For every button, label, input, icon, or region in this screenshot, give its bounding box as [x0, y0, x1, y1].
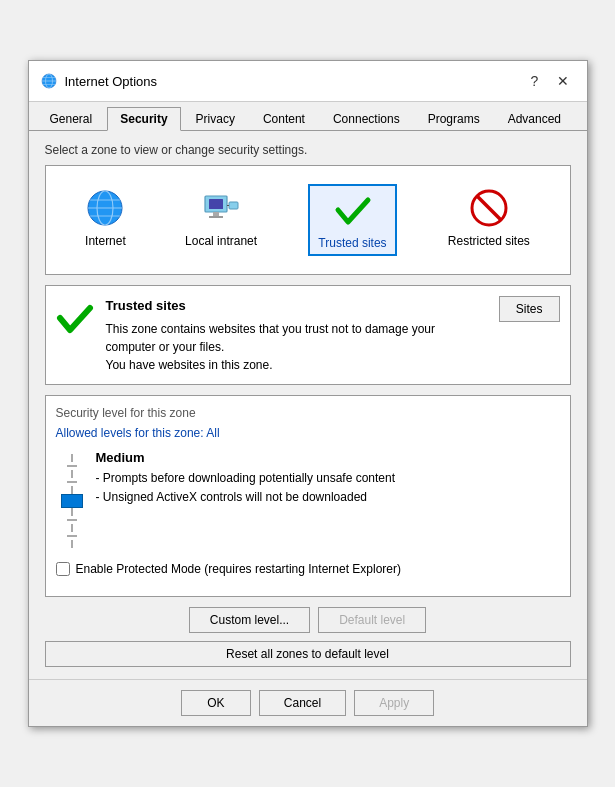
zone-item-local-intranet[interactable]: Local intranet	[177, 184, 265, 256]
slider-track-2	[71, 470, 73, 478]
slider-track-5	[71, 524, 73, 532]
svg-rect-14	[229, 202, 238, 209]
zone-info-title: Trusted sites	[106, 296, 487, 316]
restricted-sites-icon	[469, 188, 509, 228]
dialog-icon	[41, 73, 57, 89]
tab-connections[interactable]: Connections	[320, 107, 413, 131]
allowed-levels-text: Allowed levels for this zone: All	[56, 426, 560, 440]
help-button[interactable]: ?	[523, 69, 547, 93]
tab-content-area: Select a zone to view or change security…	[29, 131, 587, 679]
protected-mode-label: Enable Protected Mode (requires restarti…	[76, 562, 402, 576]
bottom-buttons: OK Cancel Apply	[29, 679, 587, 726]
protected-mode-checkbox[interactable]	[56, 562, 70, 576]
slider-area: Medium - Prompts before downloading pote…	[56, 450, 560, 552]
zone-trusted-sites-label: Trusted sites	[318, 236, 386, 250]
slider-tick-3	[67, 519, 77, 521]
title-bar: Internet Options ? ✕	[29, 61, 587, 102]
zone-item-internet[interactable]: Internet	[77, 184, 134, 256]
custom-level-button[interactable]: Custom level...	[189, 607, 310, 633]
close-button[interactable]: ✕	[551, 69, 575, 93]
slider-tick-4	[67, 535, 77, 537]
slider-track-top	[71, 454, 73, 462]
tab-privacy[interactable]: Privacy	[183, 107, 248, 131]
level-bullet-2: - Unsigned ActiveX controls will not be …	[96, 488, 556, 507]
title-bar-controls: ? ✕	[523, 69, 575, 93]
zone-local-intranet-label: Local intranet	[185, 234, 257, 248]
zone-info-description: This zone contains websites that you tru…	[106, 322, 436, 372]
internet-icon	[85, 188, 125, 228]
slider-track-4	[71, 508, 73, 516]
tab-bar: General Security Privacy Content Connect…	[29, 102, 587, 131]
zone-restricted-sites-label: Restricted sites	[448, 234, 530, 248]
zone-item-trusted-sites[interactable]: Trusted sites	[308, 184, 396, 256]
tab-advanced[interactable]: Advanced	[495, 107, 574, 131]
internet-options-dialog: Internet Options ? ✕ General Security Pr…	[28, 60, 588, 727]
local-intranet-icon	[201, 188, 241, 228]
svg-rect-11	[209, 199, 223, 209]
level-buttons-row: Custom level... Default level	[45, 607, 571, 633]
level-description: Medium - Prompts before downloading pote…	[96, 450, 556, 507]
tab-general[interactable]: General	[37, 107, 106, 131]
ok-button[interactable]: OK	[181, 690, 251, 716]
svg-rect-13	[209, 216, 223, 218]
slider-tick-1	[67, 465, 77, 467]
zone-info-section: Trusted sites This zone contains website…	[45, 285, 571, 385]
slider-tick-2	[67, 481, 77, 483]
trusted-sites-icon	[332, 190, 372, 230]
cancel-button[interactable]: Cancel	[259, 690, 346, 716]
title-bar-left: Internet Options	[41, 73, 158, 89]
zone-internet-label: Internet	[85, 234, 126, 248]
slider-track-3	[71, 486, 73, 494]
security-slider[interactable]	[60, 450, 84, 552]
level-name: Medium	[96, 450, 556, 465]
dialog-title: Internet Options	[65, 74, 158, 89]
zone-box: Internet Local intranet	[45, 165, 571, 275]
zone-item-restricted-sites[interactable]: Restricted sites	[440, 184, 538, 256]
apply-button[interactable]: Apply	[354, 690, 434, 716]
allowed-value: All	[206, 426, 219, 440]
trusted-check-icon	[56, 300, 94, 341]
sites-button[interactable]: Sites	[499, 296, 560, 322]
tab-security[interactable]: Security	[107, 107, 180, 131]
reset-all-zones-button[interactable]: Reset all zones to default level	[45, 641, 571, 667]
default-level-button[interactable]: Default level	[318, 607, 426, 633]
tab-programs[interactable]: Programs	[415, 107, 493, 131]
svg-rect-12	[213, 212, 219, 216]
security-section-title: Security level for this zone	[56, 406, 560, 420]
zone-info-text: Trusted sites This zone contains website…	[106, 296, 487, 374]
zone-icons-row: Internet Local intranet	[56, 176, 560, 264]
tab-content[interactable]: Content	[250, 107, 318, 131]
zone-section-label: Select a zone to view or change security…	[45, 143, 571, 157]
security-level-section: Security level for this zone Allowed lev…	[45, 395, 571, 597]
allowed-prefix: Allowed levels for this zone:	[56, 426, 207, 440]
slider-track-bot	[71, 540, 73, 548]
slider-thumb	[61, 494, 83, 508]
level-bullet-1: - Prompts before downloading potentially…	[96, 469, 556, 488]
protected-mode-row: Enable Protected Mode (requires restarti…	[56, 562, 560, 576]
